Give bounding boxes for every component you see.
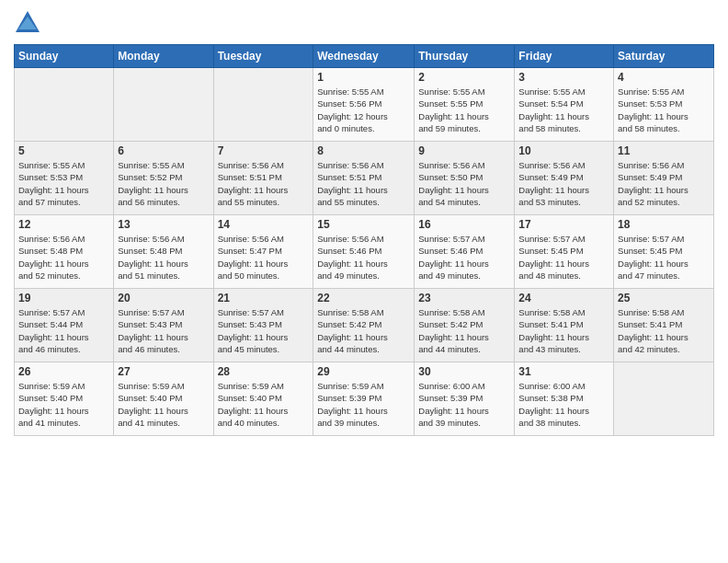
- calendar-cell: 6Sunrise: 5:55 AMSunset: 5:52 PMDaylight…: [114, 142, 213, 215]
- day-info: Sunrise: 5:56 AMSunset: 5:46 PMDaylight:…: [317, 233, 410, 282]
- day-number: 27: [118, 365, 209, 378]
- day-number: 11: [618, 144, 710, 157]
- calendar-cell: 18Sunrise: 5:57 AMSunset: 5:45 PMDayligh…: [614, 215, 714, 289]
- weekday-header: Wednesday: [313, 45, 415, 68]
- day-info: Sunrise: 5:55 AMSunset: 5:56 PMDaylight:…: [317, 86, 410, 134]
- calendar-week: 19Sunrise: 5:57 AMSunset: 5:44 PMDayligh…: [15, 289, 714, 362]
- day-info: Sunrise: 5:57 AMSunset: 5:43 PMDaylight:…: [118, 306, 209, 355]
- header: [14, 9, 714, 37]
- day-info: Sunrise: 5:55 AMSunset: 5:52 PMDaylight:…: [118, 159, 209, 208]
- logo: [14, 9, 46, 37]
- day-info: Sunrise: 6:00 AMSunset: 5:38 PMDaylight:…: [518, 380, 609, 429]
- day-info: Sunrise: 5:57 AMSunset: 5:44 PMDaylight:…: [18, 306, 109, 355]
- day-info: Sunrise: 5:58 AMSunset: 5:41 PMDaylight:…: [618, 306, 710, 355]
- calendar-cell: 2Sunrise: 5:55 AMSunset: 5:55 PMDaylight…: [415, 68, 515, 142]
- day-number: 17: [518, 218, 609, 231]
- day-number: 1: [317, 71, 410, 84]
- day-info: Sunrise: 5:59 AMSunset: 5:40 PMDaylight:…: [118, 380, 209, 429]
- day-number: 23: [418, 292, 510, 304]
- logo-icon: [14, 9, 41, 37]
- day-info: Sunrise: 5:56 AMSunset: 5:48 PMDaylight:…: [18, 233, 109, 282]
- calendar-body: 1Sunrise: 5:55 AMSunset: 5:56 PMDaylight…: [15, 68, 714, 436]
- calendar-cell: 23Sunrise: 5:58 AMSunset: 5:42 PMDayligh…: [415, 289, 515, 362]
- day-info: Sunrise: 5:55 AMSunset: 5:53 PMDaylight:…: [618, 86, 710, 134]
- calendar-cell: 7Sunrise: 5:56 AMSunset: 5:51 PMDaylight…: [213, 142, 313, 215]
- day-info: Sunrise: 5:57 AMSunset: 5:45 PMDaylight:…: [618, 233, 710, 282]
- day-number: 8: [317, 144, 410, 157]
- day-number: 22: [317, 292, 410, 304]
- day-number: 6: [118, 144, 209, 157]
- day-number: 30: [418, 365, 510, 378]
- day-number: 28: [218, 365, 310, 378]
- calendar-cell: 4Sunrise: 5:55 AMSunset: 5:53 PMDaylight…: [614, 68, 714, 142]
- day-number: 20: [118, 292, 209, 304]
- day-number: 2: [418, 71, 510, 84]
- day-info: Sunrise: 5:56 AMSunset: 5:47 PMDaylight:…: [218, 233, 310, 282]
- day-info: Sunrise: 5:57 AMSunset: 5:46 PMDaylight:…: [418, 233, 510, 282]
- day-number: 14: [218, 218, 310, 231]
- calendar-cell: 20Sunrise: 5:57 AMSunset: 5:43 PMDayligh…: [114, 289, 213, 362]
- day-number: 21: [218, 292, 310, 304]
- calendar-week: 5Sunrise: 5:55 AMSunset: 5:53 PMDaylight…: [15, 142, 714, 215]
- calendar-cell: 14Sunrise: 5:56 AMSunset: 5:47 PMDayligh…: [213, 215, 313, 289]
- day-number: 26: [18, 365, 109, 378]
- day-info: Sunrise: 5:55 AMSunset: 5:55 PMDaylight:…: [418, 86, 510, 134]
- day-number: 24: [518, 292, 609, 304]
- calendar-cell: 19Sunrise: 5:57 AMSunset: 5:44 PMDayligh…: [15, 289, 114, 362]
- calendar-cell: 26Sunrise: 5:59 AMSunset: 5:40 PMDayligh…: [15, 362, 114, 436]
- day-number: 29: [317, 365, 410, 378]
- day-info: Sunrise: 5:59 AMSunset: 5:40 PMDaylight:…: [218, 380, 310, 429]
- page-container: SundayMondayTuesdayWednesdayThursdayFrid…: [0, 0, 728, 445]
- day-info: Sunrise: 5:55 AMSunset: 5:53 PMDaylight:…: [18, 159, 109, 208]
- calendar-cell: 28Sunrise: 5:59 AMSunset: 5:40 PMDayligh…: [213, 362, 313, 436]
- day-info: Sunrise: 5:58 AMSunset: 5:42 PMDaylight:…: [418, 306, 510, 355]
- calendar-cell: 29Sunrise: 5:59 AMSunset: 5:39 PMDayligh…: [313, 362, 415, 436]
- day-info: Sunrise: 5:58 AMSunset: 5:42 PMDaylight:…: [317, 306, 410, 355]
- calendar-cell: 1Sunrise: 5:55 AMSunset: 5:56 PMDaylight…: [313, 68, 415, 142]
- weekday-header: Thursday: [415, 45, 515, 68]
- weekday-header: Tuesday: [213, 45, 313, 68]
- day-info: Sunrise: 5:55 AMSunset: 5:54 PMDaylight:…: [518, 86, 609, 134]
- calendar-cell: 10Sunrise: 5:56 AMSunset: 5:49 PMDayligh…: [515, 142, 614, 215]
- calendar-cell: 21Sunrise: 5:57 AMSunset: 5:43 PMDayligh…: [213, 289, 313, 362]
- calendar-cell: 13Sunrise: 5:56 AMSunset: 5:48 PMDayligh…: [114, 215, 213, 289]
- day-info: Sunrise: 5:56 AMSunset: 5:49 PMDaylight:…: [618, 159, 710, 208]
- day-number: 7: [218, 144, 310, 157]
- day-number: 12: [18, 218, 109, 231]
- day-number: 5: [18, 144, 109, 157]
- calendar-cell: 30Sunrise: 6:00 AMSunset: 5:39 PMDayligh…: [415, 362, 515, 436]
- day-number: 9: [418, 144, 510, 157]
- day-info: Sunrise: 5:56 AMSunset: 5:49 PMDaylight:…: [518, 159, 609, 208]
- calendar-cell: 22Sunrise: 5:58 AMSunset: 5:42 PMDayligh…: [313, 289, 415, 362]
- calendar-cell: 11Sunrise: 5:56 AMSunset: 5:49 PMDayligh…: [614, 142, 714, 215]
- day-info: Sunrise: 5:59 AMSunset: 5:39 PMDaylight:…: [317, 380, 410, 429]
- day-info: Sunrise: 5:56 AMSunset: 5:51 PMDaylight:…: [218, 159, 310, 208]
- calendar-cell: 24Sunrise: 5:58 AMSunset: 5:41 PMDayligh…: [515, 289, 614, 362]
- day-number: 15: [317, 218, 410, 231]
- weekday-header: Sunday: [15, 45, 114, 68]
- day-number: 10: [518, 144, 609, 157]
- calendar-cell: 25Sunrise: 5:58 AMSunset: 5:41 PMDayligh…: [614, 289, 714, 362]
- calendar-cell: 5Sunrise: 5:55 AMSunset: 5:53 PMDaylight…: [15, 142, 114, 215]
- day-info: Sunrise: 5:56 AMSunset: 5:51 PMDaylight:…: [317, 159, 410, 208]
- calendar-header: SundayMondayTuesdayWednesdayThursdayFrid…: [15, 45, 714, 68]
- day-number: 31: [518, 365, 609, 378]
- day-info: Sunrise: 5:59 AMSunset: 5:40 PMDaylight:…: [18, 380, 109, 429]
- calendar-cell: 8Sunrise: 5:56 AMSunset: 5:51 PMDaylight…: [313, 142, 415, 215]
- day-number: 3: [518, 71, 609, 84]
- calendar-cell: 16Sunrise: 5:57 AMSunset: 5:46 PMDayligh…: [415, 215, 515, 289]
- calendar-week: 1Sunrise: 5:55 AMSunset: 5:56 PMDaylight…: [15, 68, 714, 142]
- day-info: Sunrise: 5:56 AMSunset: 5:50 PMDaylight:…: [418, 159, 510, 208]
- calendar-cell: [114, 68, 213, 142]
- calendar-cell: 27Sunrise: 5:59 AMSunset: 5:40 PMDayligh…: [114, 362, 213, 436]
- day-info: Sunrise: 5:57 AMSunset: 5:45 PMDaylight:…: [518, 233, 609, 282]
- weekday-header: Friday: [515, 45, 614, 68]
- weekday-header: Saturday: [614, 45, 714, 68]
- day-number: 25: [618, 292, 710, 304]
- calendar-cell: 31Sunrise: 6:00 AMSunset: 5:38 PMDayligh…: [515, 362, 614, 436]
- day-number: 18: [618, 218, 710, 231]
- calendar-cell: 9Sunrise: 5:56 AMSunset: 5:50 PMDaylight…: [415, 142, 515, 215]
- calendar-week: 12Sunrise: 5:56 AMSunset: 5:48 PMDayligh…: [15, 215, 714, 289]
- calendar-week: 26Sunrise: 5:59 AMSunset: 5:40 PMDayligh…: [15, 362, 714, 436]
- day-info: Sunrise: 5:56 AMSunset: 5:48 PMDaylight:…: [118, 233, 209, 282]
